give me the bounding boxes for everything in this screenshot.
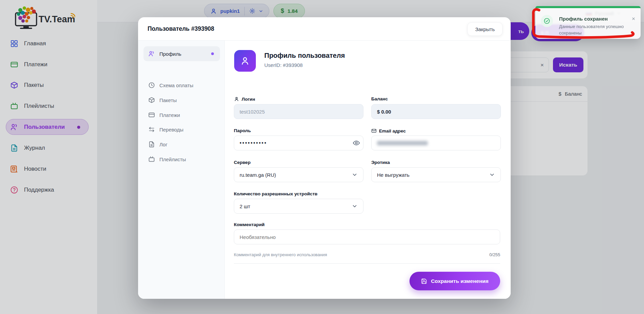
user-modal: Пользователь #393908 Закрыть Профиль Схе… — [138, 17, 511, 299]
devices-selected-value: 2 шт — [240, 203, 250, 209]
tab-label: Плейлисты — [159, 156, 186, 162]
erotica-select[interactable]: Не выгружать — [371, 167, 501, 182]
modal-header: Пользователь #393908 Закрыть — [138, 17, 511, 40]
email-label: Email адрес — [371, 128, 501, 134]
mail-icon — [371, 128, 377, 134]
chevron-down-icon — [352, 203, 358, 209]
password-field[interactable] — [234, 136, 363, 150]
toast-title: Профиль сохранен — [559, 16, 608, 22]
credit-card-icon — [148, 112, 155, 118]
toast-message: Данные пользователя успешно сохранены — [559, 23, 630, 36]
server-label: Сервер — [234, 160, 363, 165]
profile-form: Профиль пользователя UserID: #393908 Лог… — [225, 41, 511, 299]
login-field[interactable] — [234, 104, 363, 119]
tab-label: Переводы — [159, 127, 183, 132]
tab-packages[interactable]: Пакеты — [143, 93, 220, 107]
check-circle-icon — [541, 15, 553, 27]
chevron-down-icon — [352, 172, 358, 178]
package-icon — [148, 97, 155, 103]
transfer-arrows-icon — [148, 126, 155, 133]
email-field[interactable] — [371, 136, 501, 150]
profile-notification-dot — [211, 52, 214, 55]
erotica-label: Эротика — [371, 160, 501, 165]
comment-input[interactable] — [234, 230, 500, 244]
devices-select[interactable]: 2 шт — [234, 199, 363, 214]
tab-label: Схема оплаты — [159, 82, 193, 88]
save-changes-button[interactable]: Сохранить изменения — [409, 272, 500, 290]
server-selected-value: ru.team.ga (RU) — [240, 172, 276, 178]
server-select[interactable]: ru.team.ga (RU) — [234, 167, 363, 182]
password-label: Пароль — [234, 128, 363, 133]
success-toast: Профиль сохранен Данные пользователя усп… — [535, 6, 641, 39]
devices-label: Количество разрешенных устройств — [234, 191, 363, 196]
eye-icon[interactable] — [353, 139, 360, 147]
tab-profile[interactable]: Профиль — [143, 46, 220, 61]
erotica-selected-value: Не выгружать — [377, 172, 409, 178]
tab-label: Платежи — [159, 112, 180, 118]
balance-label: Баланс — [371, 96, 501, 101]
redacted-email-value — [377, 141, 428, 145]
file-text-icon — [148, 141, 155, 148]
comment-counter: 0/255 — [489, 252, 500, 257]
tv-icon — [148, 156, 155, 163]
comment-label: Комментарий — [234, 222, 363, 227]
profile-user-id: UserID: #393908 — [264, 62, 303, 68]
tab-label: Лог — [159, 142, 168, 147]
save-button-label: Сохранить изменения — [431, 278, 488, 284]
save-icon — [421, 278, 427, 284]
comment-hint: Комментарий для внутреннего использовани… — [234, 252, 327, 257]
login-label: Логин — [234, 96, 363, 102]
clock-icon — [148, 82, 155, 89]
tab-label: Пакеты — [159, 97, 177, 103]
tab-label: Профиль — [159, 51, 181, 57]
user-icon — [234, 96, 239, 102]
modal-subnav: Профиль Схема оплаты Пакеты Платежи Пере… — [138, 41, 225, 299]
tab-playlists[interactable]: Плейлисты — [143, 152, 220, 167]
chevron-down-icon — [489, 172, 495, 178]
balance-field[interactable] — [371, 104, 501, 119]
close-button[interactable]: Закрыть — [467, 22, 503, 36]
users-icon — [148, 50, 155, 57]
modal-title: Пользователь #393908 — [148, 17, 214, 40]
avatar — [234, 50, 256, 72]
tab-log[interactable]: Лог — [143, 137, 220, 152]
form-divider — [234, 263, 500, 264]
tab-payment-scheme[interactable]: Схема оплаты — [143, 78, 220, 93]
profile-title: Профиль пользователя — [264, 52, 345, 59]
tab-payments[interactable]: Платежи — [143, 107, 220, 122]
toast-accent-bar — [535, 6, 641, 8]
user-icon — [240, 56, 250, 66]
toast-close-icon[interactable]: × — [632, 16, 635, 22]
tab-transfers[interactable]: Переводы — [143, 122, 220, 137]
